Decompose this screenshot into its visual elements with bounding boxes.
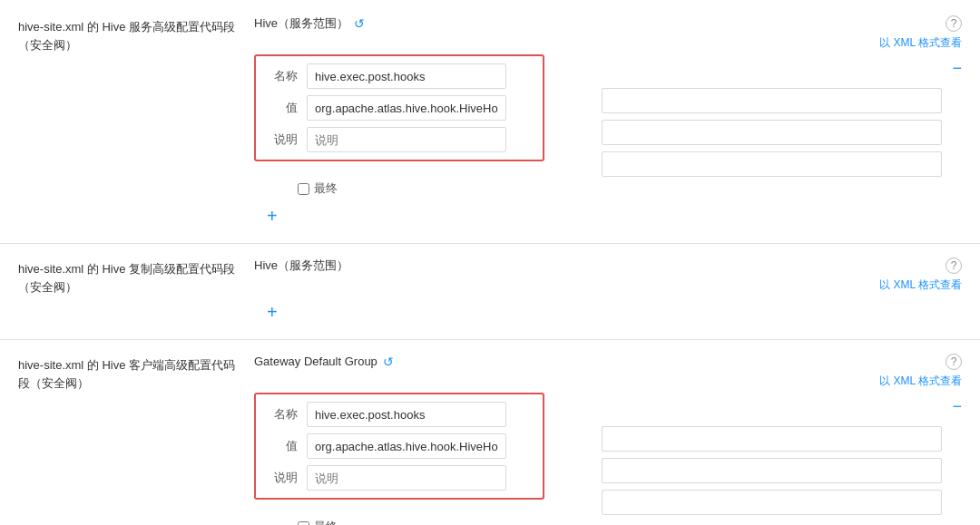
section3-name-label: 名称 bbox=[265, 406, 298, 423]
section3-question-circle[interactable]: ? bbox=[946, 354, 962, 370]
section1-value-input[interactable] bbox=[307, 95, 506, 121]
section3-final-checkbox[interactable] bbox=[298, 521, 309, 526]
section3-final-label: 最终 bbox=[314, 519, 338, 525]
section3-scope: Gateway Default Group bbox=[254, 355, 377, 368]
question-circle[interactable]: ? bbox=[946, 15, 962, 32]
section2-left-title: hive-site.xml 的 Hive 复制高级配置代码段（安全阀） bbox=[18, 257, 254, 296]
section-1: hive-site.xml 的 Hive 服务高级配置代码段（安全阀） Hive… bbox=[0, 0, 980, 244]
section2-xml-link[interactable]: 以 XML 格式查看 bbox=[879, 278, 962, 291]
section2-scope: Hive（服务范围） bbox=[254, 258, 348, 274]
section1-minus-btn[interactable]: − bbox=[953, 59, 963, 77]
section3-minus-btn[interactable]: − bbox=[953, 397, 963, 415]
section1-value-label: 值 bbox=[265, 100, 298, 116]
section3-desc-input[interactable] bbox=[307, 465, 506, 491]
section1-desc-label: 说明 bbox=[265, 131, 298, 148]
section3-refresh-icon[interactable]: ↺ bbox=[383, 355, 394, 369]
section1-desc-input[interactable] bbox=[307, 127, 506, 152]
section3-xml-link[interactable]: 以 XML 格式查看 bbox=[879, 374, 962, 387]
section2-question-circle[interactable]: ? bbox=[946, 258, 962, 274]
section3-value-full-input[interactable] bbox=[602, 458, 942, 483]
section3-question-icon[interactable]: ? bbox=[946, 353, 962, 370]
section1-final-checkbox[interactable] bbox=[298, 183, 309, 195]
section3-value-input[interactable] bbox=[307, 433, 506, 459]
section1-scope: Hive（服务范围） bbox=[254, 15, 348, 32]
section3-name-input[interactable] bbox=[307, 402, 506, 427]
page: hive-site.xml 的 Hive 服务高级配置代码段（安全阀） Hive… bbox=[0, 0, 980, 525]
section1-name-full-input[interactable] bbox=[602, 88, 942, 113]
section1-question-icon[interactable]: ? bbox=[946, 15, 962, 32]
section2-question-icon[interactable]: ? bbox=[946, 257, 962, 274]
section1-name-label: 名称 bbox=[265, 68, 298, 84]
section-2: hive-site.xml 的 Hive 复制高级配置代码段（安全阀） Hive… bbox=[0, 244, 980, 340]
section3-desc-label: 说明 bbox=[265, 470, 298, 486]
section3-desc-full-input[interactable] bbox=[602, 490, 942, 515]
section1-value-full-input[interactable] bbox=[602, 120, 942, 145]
section3-left-title: hive-site.xml 的 Hive 客户端高级配置代码段（安全阀） bbox=[18, 353, 254, 392]
section3-value-label: 值 bbox=[265, 438, 298, 454]
section3-name-full-input[interactable] bbox=[602, 426, 942, 452]
section1-desc-full-input[interactable] bbox=[602, 151, 942, 177]
section1-xml-link[interactable]: 以 XML 格式查看 bbox=[879, 36, 962, 49]
section1-name-input[interactable] bbox=[307, 63, 506, 89]
section1-final-label: 最终 bbox=[314, 180, 338, 197]
section1-refresh-icon[interactable]: ↺ bbox=[354, 16, 365, 31]
section1-add-btn[interactable]: + bbox=[254, 200, 290, 234]
section-3: hive-site.xml 的 Hive 客户端高级配置代码段（安全阀） Gat… bbox=[0, 340, 980, 525]
section2-add-btn[interactable]: + bbox=[254, 297, 290, 330]
section1-left-title: hive-site.xml 的 Hive 服务高级配置代码段（安全阀） bbox=[18, 15, 254, 53]
